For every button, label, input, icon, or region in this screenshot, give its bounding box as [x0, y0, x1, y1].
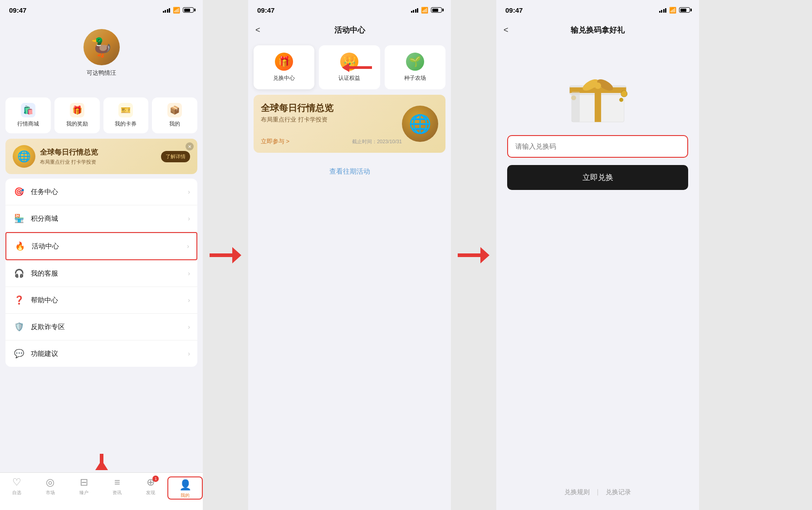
- avatar-username: 可达鸭情汪: [87, 69, 116, 77]
- wifi-icon-3: 📶: [669, 7, 676, 14]
- menu-item-points[interactable]: 🏪 积分商城 ›: [5, 205, 197, 232]
- task-icon: 🎯: [13, 185, 25, 198]
- redeem-btn-label: 立即兑换: [582, 173, 613, 182]
- activity-banner-link[interactable]: 立即参与 >: [261, 137, 289, 146]
- discover-badge: 1: [152, 476, 159, 482]
- tab-item-account[interactable]: ⊟ 臻户: [67, 476, 101, 496]
- activity-tabs: 🎁 兑换中心 👑 认证权益 🌱 种子农场: [254, 45, 445, 89]
- wifi-icon-2: 📶: [421, 7, 428, 14]
- gift-box-svg: [562, 49, 634, 131]
- help-icon: ❓: [13, 294, 25, 306]
- farm-tab-label: 种子农场: [404, 74, 426, 82]
- news-tab-label: 资讯: [113, 490, 122, 496]
- activity-tab-farm[interactable]: 🌱 种子农场: [385, 45, 445, 89]
- tab-item-news[interactable]: ≡ 资讯: [100, 476, 134, 496]
- activity-banner-text: 全球每日行情总览 布局重点行业 打卡学投资 立即参与 > 截止时间：2023/1…: [261, 102, 402, 146]
- chevron-icon-task: ›: [188, 188, 190, 195]
- svg-point-9: [619, 98, 623, 102]
- redeem-footer: 兑换规则 | 兑换记录: [496, 488, 699, 496]
- banner-coin-icon: 🌐: [13, 145, 35, 168]
- gift-image-area: [496, 40, 699, 135]
- menu-item-task[interactable]: 🎯 任务中心 ›: [5, 179, 197, 205]
- status-bar-2: 09:47 📶: [248, 0, 451, 20]
- quick-action-reward[interactable]: 🎁 我的奖励: [54, 97, 100, 133]
- arrow-1: [203, 0, 248, 510]
- avatar[interactable]: 🦆: [83, 29, 120, 65]
- redeem-code-input[interactable]: [515, 142, 680, 150]
- nav-title-2: 活动中心: [334, 25, 365, 35]
- activity-banner-subtitle: 布局重点行业 打卡学投资: [261, 116, 402, 124]
- activity-banner-2[interactable]: 全球每日行情总览 布局重点行业 打卡学投资 立即参与 > 截止时间：2023/1…: [254, 95, 445, 153]
- chevron-icon-suggest: ›: [188, 350, 190, 357]
- svg-rect-11: [572, 92, 580, 122]
- arrow-right-2: [458, 244, 489, 267]
- banner-section-1[interactable]: ✕ 🌐 全球每日行情总览 布局重点行业 打卡学投资 了解详情: [5, 139, 197, 174]
- nav-title-3: 输兑换码拿好礼: [571, 25, 625, 35]
- redeem-submit-btn[interactable]: 立即兑换: [507, 165, 688, 190]
- banner-title: 全球每日行情总览: [40, 148, 161, 157]
- upward-arrow-annotation: [100, 454, 103, 470]
- activity-tab-cert[interactable]: 👑 认证权益: [319, 45, 380, 89]
- signal-icon-3: [659, 7, 667, 13]
- points-icon: 🏪: [13, 212, 25, 225]
- svg-point-8: [621, 91, 627, 97]
- status-icons-1: 📶: [163, 7, 194, 14]
- account-tab-icon: ⊟: [80, 476, 88, 488]
- gift-box: [562, 53, 634, 126]
- chevron-icon-help: ›: [188, 296, 190, 304]
- activity-banner-deadline: 截止时间：2023/10/31: [352, 138, 402, 145]
- activity-banner-footer: 立即参与 > 截止时间：2023/10/31: [261, 137, 402, 146]
- banner-btn[interactable]: 了解详情: [161, 151, 190, 162]
- tab-item-discover[interactable]: ⊕ 1 发现: [134, 476, 167, 496]
- menu-item-service[interactable]: 🎧 我的客服 ›: [5, 260, 197, 287]
- chevron-icon-points: ›: [188, 215, 190, 222]
- account-tab-label: 臻户: [79, 490, 88, 496]
- status-icons-3: 📶: [659, 7, 690, 14]
- tab-item-mine[interactable]: 👤 我的: [167, 476, 203, 500]
- menu-item-activity[interactable]: 🔥 活动中心 ›: [5, 232, 197, 260]
- menu-text-service: 我的客服: [31, 269, 188, 278]
- view-history-btn[interactable]: 查看往期活动: [248, 158, 451, 185]
- menu-item-antiscam[interactable]: 🛡️ 反欺诈专区 ›: [5, 314, 197, 340]
- phone-3: 09:47 📶 < 输兑换码拿好礼: [496, 0, 699, 510]
- wifi-icon-1: 📶: [173, 7, 180, 14]
- watchlist-tab-label: 自选: [12, 490, 21, 496]
- redeem-content: 立即兑换: [496, 135, 699, 190]
- menu-text-task: 任务中心: [31, 188, 188, 196]
- activity-banner-title: 全球每日行情总览: [261, 102, 402, 114]
- nav-back-btn-2[interactable]: <: [255, 25, 260, 35]
- status-bar-3: 09:47 📶: [496, 0, 699, 20]
- nav-bar-3: < 输兑换码拿好礼: [496, 20, 699, 40]
- market-tab-label: 市场: [46, 490, 55, 496]
- redeem-rules-link[interactable]: 兑换规则: [564, 488, 590, 496]
- quick-action-mine-label: 我的: [169, 120, 180, 128]
- menu-text-points: 积分商城: [31, 214, 188, 223]
- chevron-icon-service: ›: [188, 270, 190, 277]
- status-time-3: 09:47: [505, 6, 523, 14]
- activity-tab-exchange[interactable]: 🎁 兑换中心: [254, 45, 314, 89]
- battery-icon-1: [183, 7, 194, 13]
- banner-close-btn[interactable]: ✕: [186, 142, 194, 151]
- quick-action-mine[interactable]: 📦 我的: [152, 97, 197, 133]
- battery-icon-2: [431, 7, 442, 13]
- chevron-icon-activity: ›: [187, 243, 189, 250]
- quick-action-market[interactable]: 🛍️ 行情商城: [5, 97, 51, 133]
- menu-item-help[interactable]: ❓ 帮助中心 ›: [5, 287, 197, 314]
- phone-1: 09:47 📶 🦆 可达鸭情汪 🛍️ 行情商城: [0, 0, 203, 510]
- suggest-icon: 💬: [13, 347, 25, 360]
- tab-item-market[interactable]: ◎ 市场: [34, 476, 67, 496]
- discover-tab-label: 发现: [146, 490, 155, 496]
- nav-back-btn-3[interactable]: <: [504, 25, 509, 35]
- tab-item-watchlist[interactable]: ♡ 自选: [0, 476, 34, 496]
- nav-bar-2: < 活动中心: [248, 20, 451, 40]
- activity-icon: 🔥: [14, 240, 26, 253]
- menu-text-help: 帮助中心: [31, 296, 188, 305]
- menu-item-suggest[interactable]: 💬 功能建议 ›: [5, 340, 197, 367]
- quick-action-coupon[interactable]: 🎫 我的卡券: [103, 97, 149, 133]
- arrow-2: [451, 0, 496, 510]
- signal-icon-2: [411, 7, 419, 13]
- mine-tab-label: 我的: [181, 492, 190, 499]
- quick-action-reward-label: 我的奖励: [66, 120, 88, 128]
- market-tab-icon: ◎: [46, 476, 54, 488]
- redeem-history-link[interactable]: 兑换记录: [606, 488, 631, 496]
